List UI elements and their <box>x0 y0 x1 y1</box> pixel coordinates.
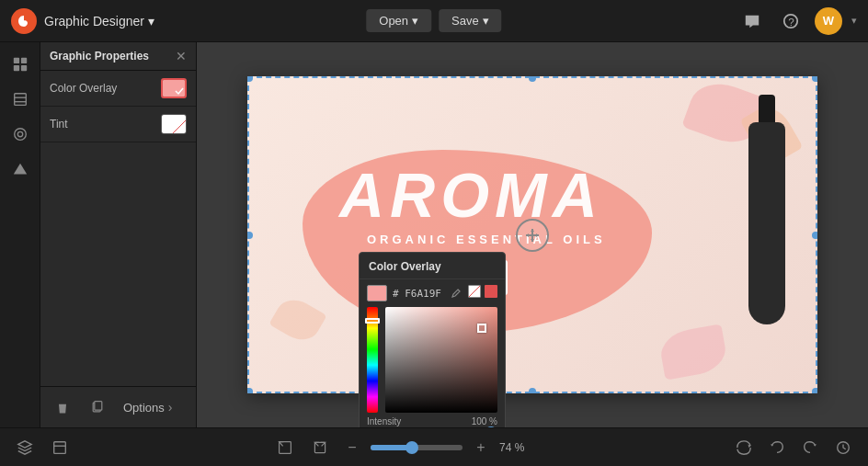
help-icon[interactable]: ? <box>776 6 805 36</box>
svg-marker-11 <box>13 164 26 175</box>
svg-marker-18 <box>526 233 529 237</box>
banner-aroma-text: AROMA <box>339 159 603 231</box>
comments-icon[interactable] <box>737 6 767 36</box>
sidebar-shapes-icon[interactable] <box>6 154 35 184</box>
color-overlay-label: Color Overlay <box>50 82 117 95</box>
app-logo[interactable] <box>11 8 37 34</box>
options-label: Options <box>123 401 165 415</box>
sidebar-pages-icon[interactable] <box>6 85 35 114</box>
hue-thumb <box>365 318 380 324</box>
canvas-area: AROMA ORGANIC ESSENTIAL OILS SAVE10 <box>197 42 868 427</box>
history-icon[interactable] <box>829 434 857 461</box>
popup-title: Color Overlay <box>360 253 505 279</box>
panel-bottom: Options › <box>40 386 196 427</box>
color-overlay-row: Color Overlay <box>40 71 196 107</box>
eyedropper-icon[interactable] <box>448 285 464 301</box>
avatar-arrow[interactable]: ▾ <box>851 15 857 27</box>
app-name[interactable]: Graphic Designer ▾ <box>44 14 154 28</box>
header-center-buttons: Open ▾ Save ▾ <box>366 9 501 32</box>
hue-strip[interactable] <box>367 307 378 413</box>
avatar[interactable]: W <box>815 7 842 35</box>
banner-sub-text: ORGANIC ESSENTIAL OILS <box>367 233 606 246</box>
svg-rect-5 <box>20 65 26 71</box>
tint-row: Tint <box>40 107 196 142</box>
color-overlay-popup: Color Overlay # F6A19F <box>359 252 506 427</box>
sidebar <box>0 42 40 427</box>
panel-header: Graphic Properties ✕ <box>40 42 196 71</box>
svg-point-9 <box>14 129 26 141</box>
app-name-arrow: ▾ <box>148 14 154 28</box>
svg-rect-20 <box>54 441 66 453</box>
popup-action-icons <box>448 285 497 301</box>
svg-point-10 <box>17 131 22 136</box>
zoom-out-button[interactable]: − <box>341 437 363 459</box>
delete-icon[interactable] <box>50 394 75 420</box>
layers-icon[interactable] <box>11 434 39 461</box>
swatch-select-icon[interactable] <box>485 285 497 298</box>
header: Graphic Designer ▾ Open ▾ Save ▾ ? W ▾ <box>0 0 868 42</box>
options-section[interactable]: Options › <box>123 400 172 415</box>
sidebar-media-icon[interactable] <box>6 119 35 149</box>
footer-center: − + 74 % <box>81 434 723 461</box>
intensity-value: 100 % <box>472 416 497 426</box>
spectrum-container <box>367 307 497 413</box>
svg-rect-6 <box>14 94 26 106</box>
popup-hex-value: # F6A19F <box>393 288 441 300</box>
popup-color-box[interactable] <box>367 285 387 301</box>
zoom-in-button[interactable]: + <box>470 437 492 459</box>
banner[interactable]: AROMA ORGANIC ESSENTIAL OILS SAVE10 <box>247 76 817 393</box>
undo-icon[interactable] <box>763 434 791 461</box>
zoom-slider-thumb <box>405 441 418 454</box>
bottle <box>744 95 790 352</box>
tint-swatch[interactable] <box>161 114 187 134</box>
zoom-percent: 74 % <box>499 441 532 454</box>
zoom-slider[interactable] <box>371 445 463 450</box>
svg-marker-16 <box>531 229 534 232</box>
app-name-text: Graphic Designer <box>44 14 144 28</box>
move-handle[interactable] <box>516 219 549 252</box>
sidebar-layers-icon[interactable] <box>6 50 35 79</box>
fullscreen-icon[interactable] <box>306 434 334 461</box>
svg-text:?: ? <box>788 15 794 27</box>
color-overlay-swatch[interactable] <box>161 78 187 98</box>
options-arrow: › <box>168 400 173 415</box>
pages-icon[interactable] <box>46 434 74 461</box>
svg-marker-17 <box>531 239 534 242</box>
svg-rect-13 <box>95 402 102 411</box>
svg-rect-3 <box>20 58 26 63</box>
loop-icon[interactable] <box>730 434 758 461</box>
svg-marker-19 <box>536 233 539 237</box>
spectrum-picker[interactable] <box>385 307 497 413</box>
swatch-check-icon <box>175 86 184 96</box>
save-button[interactable]: Save ▾ <box>439 9 502 32</box>
duplicate-icon[interactable] <box>85 394 110 420</box>
popup-color-row: # F6A19F <box>360 279 505 307</box>
footer: − + 74 % <box>0 427 868 466</box>
panel-title: Graphic Properties <box>50 50 149 63</box>
footer-right <box>730 434 857 461</box>
tint-label: Tint <box>50 118 68 131</box>
svg-rect-2 <box>13 58 18 63</box>
spectrum-cursor <box>477 324 486 333</box>
redo-icon[interactable] <box>796 434 824 461</box>
svg-rect-4 <box>13 65 18 71</box>
properties-panel: Graphic Properties ✕ Color Overlay Tint <box>40 42 197 427</box>
resize-icon[interactable] <box>271 434 299 461</box>
intensity-label: Intensity <box>367 416 401 426</box>
no-color-icon[interactable] <box>468 285 481 298</box>
open-button[interactable]: Open ▾ <box>366 9 431 32</box>
panel-close-button[interactable]: ✕ <box>176 50 187 63</box>
main-area: Graphic Properties ✕ Color Overlay Tint <box>0 42 868 427</box>
intensity-label-row: Intensity 100 % <box>360 413 505 427</box>
header-right: ? W ▾ <box>737 6 857 36</box>
